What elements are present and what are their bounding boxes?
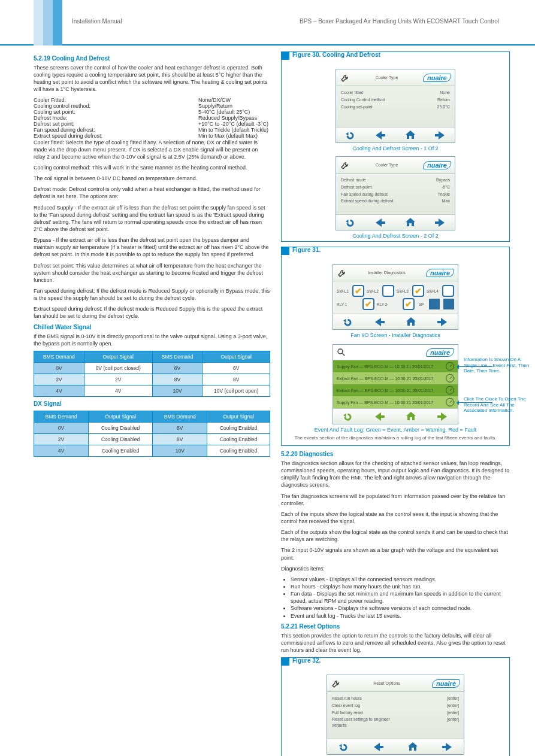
- cw-signal-title: Chilled Water Signal: [34, 324, 270, 330]
- device-screen-32: Reset Options nuaire Reset run hours[ent…: [327, 675, 464, 755]
- nuaire-logo: nuaire: [423, 161, 451, 169]
- section-5-2-20-title: 5.2.20 Diagnostics: [281, 451, 510, 457]
- extract-defrost-para: Extract speed during defrost: If the def…: [34, 305, 270, 320]
- home-icon[interactable]: [405, 217, 416, 228]
- clock-icon[interactable]: [446, 362, 454, 371]
- wrench-icon: [340, 160, 350, 171]
- caption-31b-sub: The events section of the diagnostics ma…: [286, 435, 504, 441]
- doc-type: Installation Manual: [72, 18, 122, 25]
- screen-title: Reset Options: [373, 681, 400, 685]
- device-screen-30b: Cooler Type nuaire Defrost modeBypassDef…: [335, 156, 455, 230]
- figure-32-title: Figure 32.: [292, 657, 321, 664]
- fan-defrost-para: Fan speed during defrost: If the defrost…: [34, 287, 270, 302]
- left-arrow-icon[interactable]: [375, 130, 386, 141]
- cw-signal-para: If the BMS signal is 0-10V it is directl…: [34, 333, 270, 347]
- section-5-2-19-title: 5.2.19 Cooling And Defrost: [34, 55, 270, 62]
- wrench-icon: [331, 678, 341, 689]
- caption-30a: Cooling And Defrost Screen - 1 Of 2: [286, 145, 504, 151]
- home-icon[interactable]: [407, 742, 418, 752]
- reduced-supply-para: Reduced Supply - If the extract air off …: [34, 204, 270, 233]
- nuaire-logo: nuaire: [432, 679, 460, 688]
- clock-icon[interactable]: [446, 374, 454, 382]
- annotation-bottom: Click The Clock To Open The Record And S…: [464, 396, 530, 414]
- section-5-2-21-title: 5.2.21 Reset Options: [281, 623, 510, 630]
- dx-signal-title: DX Signal: [34, 400, 270, 407]
- device-screen-31b: nuaire Supply Fan — BPS-ECO-M — 10:36:21…: [333, 344, 458, 424]
- screen-title: Installer Diagnostics: [368, 271, 406, 275]
- diag-items-intro: Diagnostics items:: [281, 565, 510, 572]
- intro-para: These screens cover the control of how t…: [34, 64, 270, 93]
- dx-signal-table: BMS DemandOutput SignalBMS DemandOutput …: [34, 411, 270, 457]
- cooler-fitted-para: Cooler fitted: Selects the type of cooli…: [34, 139, 270, 160]
- back-icon[interactable]: [339, 742, 350, 752]
- screen-title: Cooler Type: [376, 75, 398, 80]
- cooling-method-para: Cooling control method: This will work i…: [34, 164, 270, 171]
- nuaire-logo: nuaire: [426, 348, 454, 357]
- figure-31-title: Figure 31.: [292, 247, 321, 253]
- left-arrow-icon[interactable]: [375, 217, 386, 228]
- cooling-setpoint-para: The coil signal is between 0-10V DC base…: [34, 175, 270, 182]
- figure-31: Figure 31. Installer Diagnostics nuaire …: [281, 247, 510, 446]
- caption-30b: Cooling And Defrost Screen - 2 Of 2: [286, 233, 504, 239]
- caption-31b: Event And Fault Log: Green = Event, Ambe…: [286, 427, 504, 433]
- home-icon[interactable]: [406, 317, 416, 327]
- home-icon[interactable]: [406, 411, 416, 422]
- figure-32: Figure 32. Reset Options nuaire Reset ru…: [281, 657, 510, 756]
- right-arrow-icon[interactable]: [442, 742, 452, 752]
- figure-30-title: Figure 30. Cooling And Defrost: [292, 51, 380, 58]
- screen-title: Cooler Type: [376, 163, 398, 167]
- bypass-para: Bypass - If the extract air off is less …: [34, 236, 270, 258]
- right-arrow-icon[interactable]: [437, 317, 448, 327]
- back-icon[interactable]: [343, 317, 354, 327]
- clock-icon[interactable]: [446, 386, 454, 394]
- right-arrow-icon[interactable]: [434, 130, 445, 141]
- annotation-top: Information Is Shown On A Single Line – …: [464, 357, 530, 374]
- device-screen-30a: Cooler Type nuaire Cooler fittedNoneCool…: [335, 69, 455, 143]
- cw-signal-table: BMS DemandOutput SignalBMS DemandOutput …: [34, 351, 270, 397]
- right-arrow-icon[interactable]: [434, 217, 445, 228]
- diag-p4: Each of the outputs show the logical sta…: [281, 529, 510, 543]
- svg-point-0: [338, 349, 343, 354]
- device-screen-31a: Installer Diagnostics nuaire SW-L1SW-L2S…: [333, 264, 458, 330]
- figure-30: Figure 30. Cooling And Defrost Cooler Ty…: [281, 51, 510, 242]
- settings-list: Cooler Fitted:None/DX/CWCooling control …: [34, 97, 270, 139]
- wrench-icon: [337, 268, 347, 278]
- nuaire-logo: nuaire: [426, 269, 454, 277]
- diag-p1: The diagnostics section allows for the c…: [281, 460, 510, 489]
- wrench-icon: [340, 72, 350, 83]
- diag-items-list: Sensor values - Displays all the connect…: [281, 576, 510, 620]
- defrost-mode-para: Defrost mode: Defrost control is only va…: [34, 186, 270, 200]
- diag-p3: Each of the inputs show the logical stat…: [281, 511, 510, 525]
- nuaire-logo: nuaire: [423, 74, 451, 82]
- doc-title: BPS – Boxer Packaged Air Handling Units …: [300, 18, 499, 25]
- clock-icon[interactable]: [446, 398, 454, 406]
- back-icon[interactable]: [343, 411, 354, 422]
- right-arrow-icon[interactable]: [437, 411, 448, 422]
- defrost-setpoint-para: Defrost set point: This value determines…: [34, 262, 270, 284]
- back-icon[interactable]: [346, 217, 356, 228]
- home-icon[interactable]: [405, 130, 416, 141]
- left-arrow-icon[interactable]: [373, 742, 384, 752]
- caption-31a: Fan I/O Screen - Installer Diagnostics: [286, 332, 504, 338]
- reset-para: This section provides the option to retu…: [281, 632, 510, 654]
- left-arrow-icon[interactable]: [374, 317, 385, 327]
- diag-p2: The fan diagnostics screens will be popu…: [281, 493, 510, 507]
- magnifier-icon: [337, 348, 346, 357]
- left-arrow-icon[interactable]: [374, 411, 385, 422]
- back-icon[interactable]: [346, 130, 356, 141]
- diag-p5: The 2 input 0-10V signals are shown as a…: [281, 546, 510, 561]
